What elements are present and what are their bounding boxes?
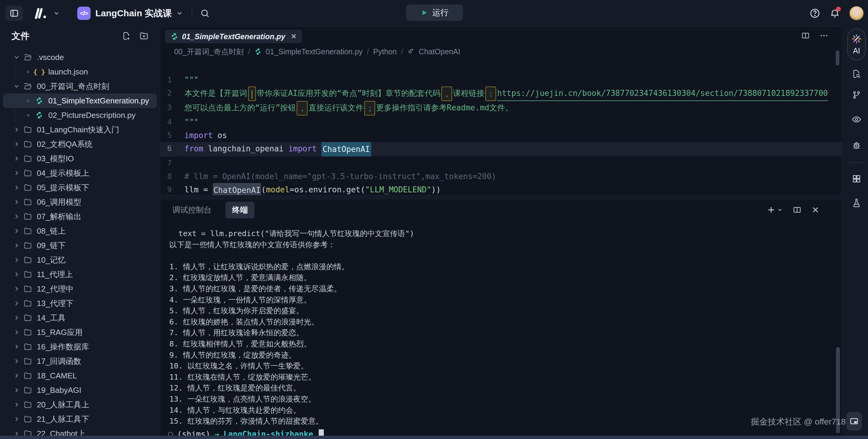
chevron-right-icon[interactable] — [11, 155, 22, 162]
tab-close-icon[interactable]: ✕ — [291, 32, 297, 41]
tree-item-19[interactable]: 15_RAG应用 — [3, 325, 157, 339]
chevron-right-icon[interactable] — [11, 184, 22, 191]
breadcrumb-symbol[interactable]: ChatOpenAI — [418, 47, 460, 56]
chevron-right-icon[interactable] — [11, 358, 22, 365]
help-icon[interactable] — [809, 8, 820, 19]
tree-item-14[interactable]: 10_记忆 — [3, 253, 157, 267]
tree-item-3[interactable]: 01_SimpleTextGeneration.py — [3, 94, 157, 108]
chevron-right-icon[interactable] — [11, 401, 22, 408]
code-token: llm = — [184, 183, 213, 195]
more-actions-icon[interactable] — [819, 31, 829, 40]
tree-item-label: 06_调用模型 — [37, 197, 81, 207]
tree-item-12[interactable]: 08_链上 — [3, 224, 157, 238]
tree-item-13[interactable]: 09_链下 — [3, 238, 157, 253]
line-number: 1 — [160, 73, 184, 87]
tree-item-label: 14_工具 — [37, 313, 65, 323]
code-line-3: 3您可以点击最上方的“运行”按钮，直接运行该文件；更多操作指引请参考Readme… — [160, 101, 842, 115]
tree-item-1[interactable]: { }launch.json — [3, 65, 157, 79]
tree-item-8[interactable]: 04_提示模板上 — [3, 166, 157, 180]
new-terminal-button[interactable] — [767, 206, 783, 214]
extensions-grid-icon[interactable] — [852, 174, 861, 183]
tree-item-17[interactable]: 13_代理下 — [3, 296, 157, 310]
tree-item-10[interactable]: 06_调用模型 — [3, 195, 157, 209]
tree-item-label: 01_LangChain快速入门 — [37, 125, 119, 135]
chevron-right-icon[interactable] — [11, 285, 22, 293]
chevron-right-icon[interactable] — [11, 415, 22, 423]
tree-item-24[interactable]: 20_人脉工具上 — [3, 397, 157, 412]
debug-bug-icon[interactable] — [851, 141, 862, 151]
tree-item-18[interactable]: 14_工具 — [3, 310, 157, 325]
tree-item-6[interactable]: 02_文档QA系统 — [3, 137, 157, 151]
workspace-name[interactable]: LangChain 实战课 — [95, 7, 172, 20]
tree-item-5[interactable]: 01_LangChain快速入门 — [3, 123, 157, 137]
run-button[interactable]: 运行 — [406, 4, 463, 21]
chevron-right-icon[interactable] — [11, 213, 22, 220]
tree-item-22[interactable]: 18_CAMEL — [3, 368, 157, 383]
tree-item-9[interactable]: 05_提示模板下 — [3, 180, 157, 195]
close-panel-icon[interactable] — [812, 206, 819, 214]
tree-item-25[interactable]: 21_人脉工具下 — [3, 412, 157, 426]
tree-item-label: 01_SimpleTextGeneration.py — [48, 96, 149, 105]
chevron-right-icon[interactable] — [11, 126, 22, 133]
breadcrumb-language[interactable]: Python — [373, 47, 397, 56]
tree-item-11[interactable]: 07_解析输出 — [3, 209, 157, 224]
new-file-icon[interactable] — [122, 31, 131, 40]
ai-assistant-button[interactable]: AI — [847, 28, 866, 60]
chevron-right-icon[interactable] — [11, 242, 22, 249]
line-number: 9 — [160, 183, 184, 195]
chevron-right-icon[interactable] — [11, 140, 22, 148]
chevron-right-icon[interactable] — [11, 372, 22, 379]
folder-icon — [22, 183, 34, 192]
file-search-icon[interactable] — [852, 69, 861, 79]
tree-item-label: 11_代理上 — [37, 269, 73, 280]
tree-item-0[interactable]: .vscode — [3, 50, 157, 65]
terminal-line: 1. 情人节，让红玫瑰诉说炽热的爱，点燃浪漫的情。 — [169, 261, 842, 273]
preview-eye-icon[interactable] — [851, 114, 862, 125]
breadcrumb-file[interactable]: 01_SimpleTextGeneration.py — [266, 47, 363, 56]
tree-item-2[interactable]: 00_开篇词_奇点时刻 — [3, 79, 157, 94]
tree-item-4[interactable]: 02_PictureDescription.py — [3, 108, 157, 123]
tree-item-20[interactable]: 16_操作数据库 — [3, 339, 157, 354]
tree-item-7[interactable]: 03_模型IO — [3, 151, 157, 166]
tab-terminal[interactable]: 终端 — [225, 202, 254, 218]
chevron-down-icon[interactable] — [11, 54, 22, 61]
new-folder-icon[interactable] — [140, 31, 149, 40]
sidebar-toggle-button[interactable] — [5, 6, 23, 21]
tree-item-label: 16_操作数据库 — [37, 342, 89, 352]
search-icon[interactable] — [200, 8, 210, 18]
chevron-right-icon[interactable] — [11, 386, 22, 394]
user-avatar[interactable] — [849, 6, 864, 21]
chevron-right-icon[interactable] — [11, 300, 22, 307]
editor-scrollbar-thumb[interactable] — [836, 50, 839, 65]
chevron-right-icon[interactable] — [11, 198, 22, 206]
chevron-right-icon[interactable] — [11, 329, 22, 336]
split-editor-icon[interactable] — [801, 31, 810, 40]
chevron-right-icon[interactable] — [11, 343, 22, 350]
tree-item-23[interactable]: 19_BabyAGI — [3, 383, 157, 397]
chevron-right-icon[interactable] — [11, 256, 22, 264]
folder-icon — [22, 270, 34, 279]
tree-item-label: 00_开篇词_奇点时刻 — [37, 81, 109, 92]
chevron-right-icon[interactable] — [11, 227, 22, 235]
split-terminal-icon[interactable] — [793, 206, 801, 214]
workspace-chevron-down-icon[interactable] — [176, 10, 183, 17]
tree-item-15[interactable]: 11_代理上 — [3, 267, 157, 281]
app-logo[interactable] — [33, 6, 60, 21]
tab-debug-console[interactable]: 调试控制台 — [172, 205, 212, 215]
tree-item-16[interactable]: 12_代理中 — [3, 281, 157, 296]
notifications-bell-icon[interactable] — [829, 8, 840, 19]
terminal-line: 6. 红玫瑰的娇艳，装点情人节的浪漫时光。 — [169, 316, 842, 328]
picture-in-picture-button[interactable] — [846, 412, 862, 431]
editor-tab-active[interactable]: 01_SimpleTextGeneration.py ✕ — [165, 30, 302, 43]
code-area[interactable]: 1"""2本文件是【开篇词|带你亲证AI应用开发的“奇点”时刻】章节的配套代码，… — [160, 59, 842, 195]
terminal-output[interactable]: text = llm.predict("请给我写一句情人节红玫瑰的中文宣传语")… — [160, 221, 842, 427]
tree-item-21[interactable]: 17_回调函数 — [3, 354, 157, 368]
chevron-right-icon[interactable] — [11, 314, 22, 322]
breadcrumb-folder[interactable]: 00_开篇词_奇点时刻 — [174, 47, 244, 57]
tree-item-label: 15_RAG应用 — [37, 327, 83, 338]
chevron-right-icon[interactable] — [11, 169, 22, 177]
chevron-right-icon[interactable] — [11, 271, 22, 278]
git-branch-icon[interactable] — [852, 90, 861, 100]
chevron-down-icon[interactable] — [11, 82, 22, 90]
experiments-flask-icon[interactable] — [851, 198, 862, 208]
